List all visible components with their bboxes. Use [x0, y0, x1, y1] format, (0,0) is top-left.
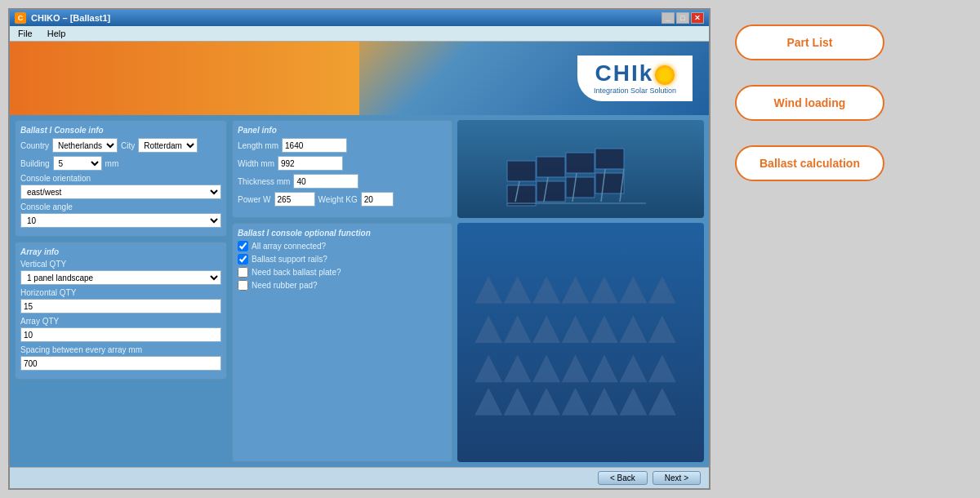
city-select[interactable]: Rotterdam — [138, 138, 198, 153]
svg-marker-17 — [562, 277, 588, 303]
panel-info-title: Panel info — [238, 126, 447, 135]
close-button[interactable]: ✕ — [691, 12, 704, 24]
svg-marker-31 — [562, 356, 588, 382]
array-qty-label: Array QTY — [20, 317, 221, 326]
main-content: Ballast I Console info Country Netherlan… — [10, 115, 709, 467]
header-area: CHIk Integration Solar Solution — [10, 42, 709, 115]
country-select[interactable]: Netherlands — [52, 138, 118, 153]
right-column: Panel info Length mm Width mm Thickness … — [232, 120, 704, 462]
thickness-input[interactable] — [293, 174, 359, 189]
city-label: City — [121, 141, 135, 150]
option-checkbox-2[interactable] — [238, 267, 248, 278]
window-title: CHIKO – [Ballast1] — [31, 13, 110, 23]
country-row: Country Netherlands City Rotterdam — [20, 138, 221, 153]
logo-subtitle: Integration Solar Solution — [594, 87, 676, 95]
width-label: Width mm — [238, 159, 274, 168]
svg-marker-29 — [505, 356, 531, 382]
option-checkbox-1[interactable] — [238, 254, 248, 265]
menu-bar: File Help — [10, 26, 709, 42]
array-info-title: Array info — [20, 247, 221, 256]
building-unit: mm — [105, 159, 119, 168]
option-label-2: Need back ballast plate? — [252, 268, 341, 277]
console-orientation-select[interactable]: east/west — [20, 185, 221, 199]
ballast-calculation-button[interactable]: Ballast calculation — [735, 145, 884, 181]
thickness-row: Thickness mm — [238, 174, 447, 189]
building-select[interactable]: 5 — [53, 156, 102, 171]
app-icon: C — [15, 12, 26, 24]
option-label-3: Need rubber pad? — [252, 281, 318, 290]
option-label-0: All array connected? — [252, 242, 326, 251]
svg-marker-33 — [620, 356, 646, 382]
menu-item-help[interactable]: Help — [44, 28, 69, 39]
vertical-qty-select[interactable]: 1 panel landscape — [20, 270, 221, 285]
wind-loading-button[interactable]: Wind loading — [735, 85, 884, 121]
svg-rect-1 — [537, 157, 565, 177]
array-info-section: Array info Vertical QTY 1 panel landscap… — [15, 242, 227, 380]
svg-marker-26 — [620, 316, 646, 342]
svg-rect-2 — [566, 153, 595, 173]
side-buttons-panel: Part List Wind loading Ballast calculati… — [719, 8, 901, 198]
ballast-optional-section: Ballast I console optional function All … — [232, 223, 452, 462]
console-angle-select[interactable]: 10 — [20, 213, 221, 228]
svg-marker-22 — [505, 316, 531, 342]
svg-marker-37 — [533, 389, 559, 415]
bottom-section: Ballast I console optional function All … — [232, 223, 704, 462]
left-column: Ballast I Console info Country Netherlan… — [15, 120, 227, 462]
top-section: Panel info Length mm Width mm Thickness … — [232, 120, 704, 218]
svg-marker-18 — [591, 277, 617, 303]
svg-marker-30 — [533, 356, 559, 382]
option-row-2: Need back ballast plate? — [238, 267, 447, 278]
country-label: Country — [20, 141, 49, 150]
logo-area: CHIk Integration Solar Solution — [577, 56, 693, 101]
building-row: Building 5 mm — [20, 156, 221, 171]
svg-marker-32 — [591, 356, 617, 382]
svg-marker-16 — [533, 277, 559, 303]
triangle-svg — [462, 228, 699, 457]
ballast-console-title: Ballast I Console info — [20, 126, 221, 135]
panel-info-section: Panel info Length mm Width mm Thickness … — [232, 120, 452, 218]
width-input[interactable] — [278, 156, 343, 171]
option-row-3: Need rubber pad? — [238, 280, 447, 291]
minimize-button[interactable]: _ — [662, 12, 675, 24]
length-label: Length mm — [238, 141, 278, 150]
svg-rect-4 — [507, 185, 536, 206]
svg-rect-3 — [595, 149, 624, 169]
console-angle-label: Console angle — [20, 202, 221, 211]
svg-marker-34 — [649, 356, 675, 382]
svg-marker-24 — [562, 316, 588, 342]
svg-marker-19 — [620, 277, 646, 303]
thickness-label: Thickness mm — [238, 177, 290, 186]
svg-rect-7 — [595, 173, 624, 193]
spacing-input[interactable] — [20, 356, 221, 371]
solar-panel-image — [457, 120, 704, 218]
power-input[interactable] — [274, 192, 315, 207]
weight-input[interactable] — [361, 192, 394, 207]
length-input[interactable] — [282, 138, 347, 153]
svg-marker-21 — [475, 316, 501, 342]
next-button[interactable]: Next > — [653, 471, 701, 485]
spacing-label: Spacing between every array mm — [20, 345, 221, 354]
horizontal-qty-input[interactable] — [20, 299, 221, 313]
svg-rect-6 — [566, 177, 595, 198]
svg-marker-28 — [475, 356, 501, 382]
power-weight-row: Power W Weight KG — [238, 192, 447, 207]
maximize-button[interactable]: □ — [676, 12, 689, 24]
array-qty-input[interactable] — [20, 327, 221, 342]
svg-marker-27 — [649, 316, 675, 342]
svg-marker-14 — [475, 277, 501, 303]
part-list-button[interactable]: Part List — [735, 24, 884, 60]
svg-marker-41 — [649, 389, 675, 415]
svg-marker-38 — [562, 389, 588, 415]
svg-marker-20 — [649, 277, 675, 303]
logo-sun-icon — [655, 65, 675, 85]
power-label: Power W — [238, 195, 271, 204]
option-checkbox-0[interactable] — [238, 241, 248, 251]
weight-label: Weight KG — [318, 195, 358, 204]
option-checkbox-3[interactable] — [238, 280, 248, 291]
option-row-1: Ballast support rails? — [238, 254, 447, 265]
menu-item-file[interactable]: File — [15, 28, 36, 39]
building-label: Building — [20, 159, 50, 168]
svg-marker-40 — [620, 389, 646, 415]
vertical-qty-label: Vertical QTY — [20, 260, 221, 269]
back-button[interactable]: < Back — [598, 471, 648, 485]
